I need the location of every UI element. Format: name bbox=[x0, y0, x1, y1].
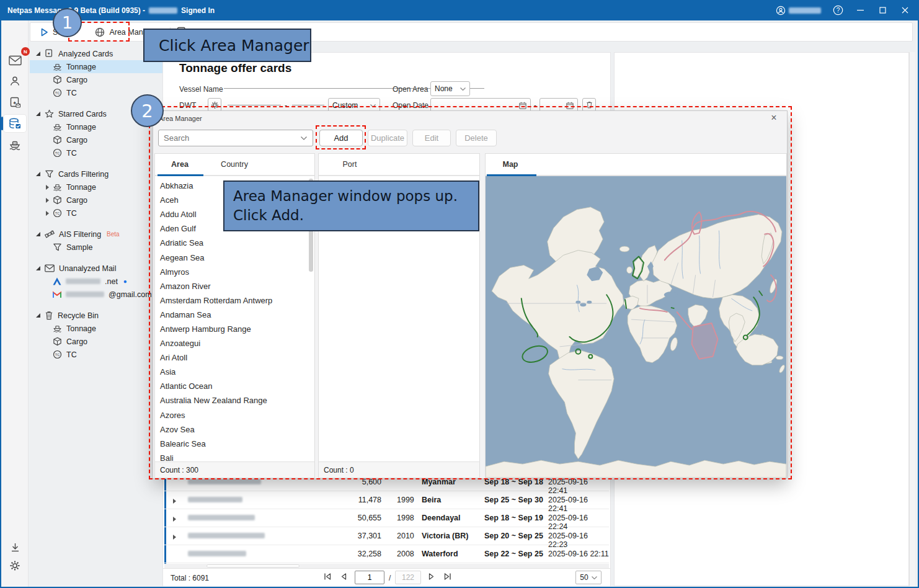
dwt-min-input[interactable] bbox=[228, 94, 281, 105]
list-item[interactable]: Adriatic Sea bbox=[155, 236, 308, 250]
collapsed-arrow-icon[interactable] bbox=[46, 211, 49, 216]
close-button[interactable] bbox=[894, 0, 915, 20]
delete-button[interactable]: Delete bbox=[456, 130, 497, 146]
netpas-logo-icon bbox=[53, 277, 61, 285]
rail-mail-button[interactable]: N bbox=[4, 51, 26, 69]
tree-item-mail-account-1[interactable]: .net ● bbox=[30, 275, 162, 288]
list-item[interactable]: Bali bbox=[155, 451, 308, 461]
rail-contacts-button[interactable] bbox=[4, 73, 26, 90]
list-item[interactable]: Amazon River bbox=[155, 279, 308, 293]
tree-item-tc[interactable]: TC TC bbox=[30, 146, 162, 159]
collapsed-arrow-icon[interactable] bbox=[46, 198, 49, 203]
dialog-close-button[interactable]: × bbox=[767, 112, 781, 126]
clear-date-button[interactable] bbox=[582, 98, 596, 112]
open-area-select[interactable]: None bbox=[430, 81, 470, 96]
maximize-button[interactable] bbox=[872, 0, 893, 20]
table-row[interactable]: 11,478 1999 Beira Sep 25 ~ Sep 30 2025-0… bbox=[164, 491, 609, 509]
list-item[interactable]: Ari Atoll bbox=[155, 350, 308, 365]
tree-item-ais-filtering[interactable]: AIS Filtering Beta bbox=[30, 228, 162, 241]
row-expander-icon[interactable] bbox=[173, 499, 176, 504]
list-item[interactable]: Andaman Sea bbox=[155, 308, 308, 322]
tree-item-sample[interactable]: Sample bbox=[30, 241, 162, 254]
last-page-button[interactable] bbox=[443, 572, 452, 581]
tab-port[interactable]: Port bbox=[331, 154, 368, 175]
table-row[interactable]: 50,655 1998 Deendayal Sep 18 ~ Sep 19 20… bbox=[164, 509, 609, 527]
search-input[interactable] bbox=[159, 133, 301, 143]
list-item[interactable]: Asia bbox=[155, 365, 308, 379]
dwt-cell: 32,258 bbox=[326, 550, 381, 558]
add-button[interactable]: Add bbox=[319, 130, 363, 146]
account-button[interactable] bbox=[771, 0, 826, 20]
expanded-arrow-icon[interactable] bbox=[36, 313, 40, 318]
list-item[interactable]: Amsterdam Rotterdam Antwerp bbox=[155, 293, 308, 308]
tab-country[interactable]: Country bbox=[205, 154, 264, 175]
chevron-down-icon bbox=[301, 136, 307, 140]
tree-item-mail-account-2[interactable]: @gmail.com ● bbox=[30, 288, 162, 301]
row-expander-icon[interactable] bbox=[173, 517, 176, 522]
expanded-arrow-icon[interactable] bbox=[36, 172, 40, 176]
rail-cards-button[interactable]: ♠ bbox=[4, 94, 26, 111]
tree-item-tc[interactable]: TC TC bbox=[30, 348, 162, 361]
rail-selection-indicator bbox=[1, 117, 3, 130]
tree-item-tonnage[interactable]: Tonnage bbox=[30, 322, 162, 335]
row-expander-icon[interactable] bbox=[173, 535, 176, 540]
edit-button[interactable]: Edit bbox=[412, 130, 451, 146]
list-item[interactable]: Balearic Sea bbox=[155, 437, 308, 451]
table-row[interactable]: 32,258 2008 Waterford Sep 22 ~ Sep 25 20… bbox=[164, 545, 609, 563]
dwt-cell: 50,655 bbox=[326, 514, 381, 522]
tree-item-cargo[interactable]: Cargo bbox=[30, 73, 162, 86]
tree-item-analyzed-cards[interactable]: ♠ Analyzed Cards bbox=[30, 47, 162, 60]
expanded-arrow-icon[interactable] bbox=[36, 266, 40, 270]
tree-label: Tonnage bbox=[66, 123, 96, 131]
trash-icon bbox=[45, 311, 53, 320]
tree-label: Sample bbox=[66, 243, 92, 252]
collapsed-arrow-icon[interactable] bbox=[46, 185, 49, 190]
list-item[interactable]: Anzoategui bbox=[155, 336, 308, 350]
rail-card-database-button[interactable] bbox=[4, 115, 26, 132]
list-item[interactable]: Antwerp Hamburg Range bbox=[155, 322, 308, 336]
table-row[interactable]: 37,301 2010 Victoria (BR) Sep 20 ~ Sep 2… bbox=[164, 527, 609, 545]
page-input[interactable] bbox=[355, 571, 384, 584]
expanded-arrow-icon[interactable] bbox=[36, 232, 40, 236]
horizontal-scrollbar[interactable] bbox=[164, 564, 609, 568]
tree-item-cargo[interactable]: Cargo bbox=[30, 194, 162, 207]
trash-icon bbox=[586, 101, 593, 109]
rail-settings-button[interactable] bbox=[4, 557, 26, 574]
duplicate-button[interactable]: Duplicate bbox=[368, 130, 407, 146]
tree-item-tc[interactable]: TC TC bbox=[30, 207, 162, 220]
list-item[interactable]: Azov Sea bbox=[155, 422, 308, 437]
list-item[interactable]: Australia New Zealand Range bbox=[155, 393, 308, 408]
minimize-button[interactable] bbox=[850, 0, 871, 20]
search-combobox[interactable] bbox=[158, 130, 313, 146]
tree-item-cards-filtering[interactable]: Cards Filtering bbox=[30, 167, 162, 180]
tree-item-unanalyzed-mail[interactable]: Unanalyzed Mail bbox=[30, 262, 162, 275]
vertical-scrollbar[interactable] bbox=[909, 52, 915, 586]
prev-page-button[interactable] bbox=[340, 572, 347, 581]
tree-item-recycle-bin[interactable]: Recycle Bin bbox=[30, 309, 162, 322]
tree-item-tonnage[interactable]: Tonnage bbox=[30, 60, 162, 73]
tree-item-cargo[interactable]: Cargo bbox=[30, 335, 162, 348]
tree-item-tonnage[interactable]: Tonnage bbox=[30, 180, 162, 194]
tab-map[interactable]: Map bbox=[494, 154, 526, 175]
next-page-button[interactable] bbox=[428, 572, 435, 581]
dwt-max-input[interactable] bbox=[292, 94, 324, 105]
world-map[interactable] bbox=[486, 176, 786, 478]
dwt-settings-button[interactable] bbox=[208, 98, 221, 112]
expanded-arrow-icon[interactable] bbox=[36, 51, 40, 56]
rail-vessels-button[interactable] bbox=[4, 136, 26, 153]
tree-item-cargo[interactable]: Cargo bbox=[30, 133, 162, 146]
list-item[interactable]: Atlantic Ocean bbox=[155, 379, 308, 393]
list-item[interactable]: Almyros bbox=[155, 265, 308, 279]
rail-download-button[interactable] bbox=[4, 538, 26, 556]
first-page-button[interactable] bbox=[323, 572, 332, 581]
expanded-arrow-icon[interactable] bbox=[36, 112, 40, 116]
list-item[interactable]: Azores bbox=[155, 408, 308, 422]
scrollbar-thumb[interactable] bbox=[206, 564, 300, 568]
page-size-select[interactable]: 50 bbox=[575, 571, 602, 584]
svg-text:?: ? bbox=[836, 7, 840, 14]
gmail-logo-icon bbox=[53, 291, 61, 298]
tab-area[interactable]: Area bbox=[155, 154, 205, 175]
help-button[interactable]: ? bbox=[827, 0, 848, 20]
list-item[interactable]: Aegean Sea bbox=[155, 250, 308, 264]
page-size-value: 50 bbox=[580, 573, 588, 582]
